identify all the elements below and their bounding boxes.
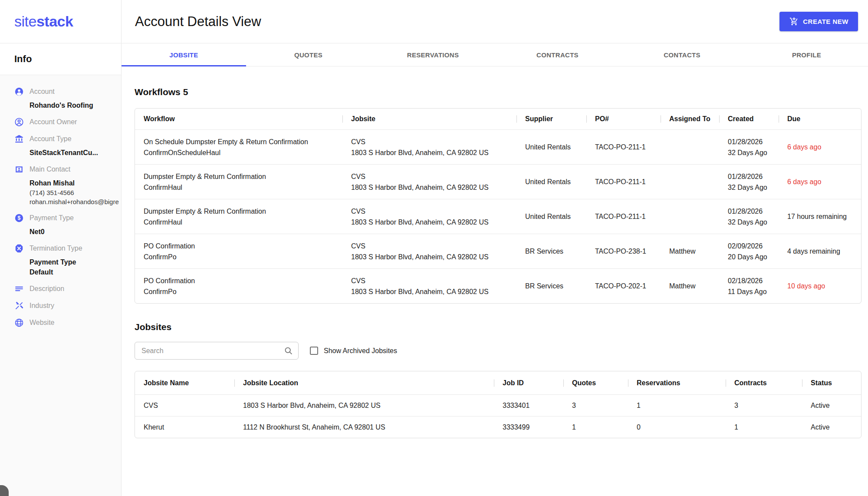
workflow-created-ago: 32 Days Ago — [728, 147, 779, 158]
show-archived-toggle[interactable]: Show Archived Jobsites — [310, 347, 397, 355]
info-section-title: Info — [14, 53, 32, 65]
workflow-created-ago: 32 Days Ago — [728, 217, 779, 228]
workflow-po: TACO-PO-211-1 — [586, 211, 661, 222]
workflow-supplier: United Rentals — [516, 211, 586, 222]
info-label: Termination Type — [30, 245, 82, 252]
workflow-supplier: United Rentals — [516, 176, 586, 187]
termination-type-icon — [14, 244, 24, 253]
workflow-code: ConfirmHaul — [144, 182, 342, 193]
jobsites-table-header: Jobsite Name Jobsite Location Job ID Quo… — [135, 371, 861, 394]
workflow-due: 4 days remaining — [779, 246, 861, 257]
show-archived-label: Show Archived Jobsites — [324, 347, 397, 355]
workflow-jobsite-name: CVS — [351, 171, 516, 182]
info-label: Description — [30, 285, 64, 293]
sidebar-item-account-owner: Account Owner — [14, 117, 121, 127]
info-value: rohan.mishal+rohandos@bigre — [30, 197, 121, 206]
tab-contracts[interactable]: CONTRACTS — [495, 43, 620, 66]
col-header-po: PO# — [586, 115, 661, 123]
create-new-label: CREATE NEW — [803, 18, 848, 25]
workflow-jobsite-address: 1803 S Harbor Blvd, Anaheim, CA 92802 US — [351, 147, 516, 158]
workflow-created-date: 01/28/2026 — [728, 206, 779, 217]
workflow-row[interactable]: PO Confirmation ConfirmPo CVS 1803 S Har… — [135, 268, 861, 303]
workflow-jobsite-address: 1803 S Harbor Blvd, Anaheim, CA 92802 US — [351, 182, 516, 193]
page-title: Account Details View — [135, 14, 261, 30]
col-header-reservations: Reservations — [628, 379, 726, 387]
sidebar-item-main-contact: Main Contact Rohan Mishal(714) 351-4566r… — [14, 164, 121, 206]
workflow-name: PO Confirmation — [144, 241, 342, 251]
CVS[interactable]: CVS 1803 S Harbor Blvd, Anaheim, CA 9280… — [135, 394, 861, 416]
sidebar-item-website: Website — [14, 317, 121, 328]
workflows-count: 5 — [183, 87, 188, 97]
tab-quotes[interactable]: QUOTES — [246, 43, 371, 66]
create-new-button[interactable]: CREATE NEW — [779, 12, 858, 31]
workflow-name: Dumpster Empty & Return Confirmation — [144, 206, 342, 217]
tab-label: PROFILE — [792, 51, 821, 59]
workflows-table: Workflow Jobsite Supplier PO# Assigned T… — [135, 108, 861, 304]
page-header: Account Details View CREATE NEW — [122, 0, 868, 43]
logo-text-bold: stack — [36, 13, 73, 30]
workflows-heading: Workflows 5 — [135, 87, 861, 97]
workflow-row[interactable]: Dumpster Empty & Return Confirmation Con… — [135, 199, 861, 234]
account-type-icon — [14, 134, 24, 144]
tab-jobsite[interactable]: JOBSITE — [122, 43, 246, 66]
workflow-created-date: 02/09/2026 — [728, 241, 779, 251]
info-label: Account Owner — [30, 118, 77, 126]
sitestack-logo[interactable]: sitestack — [14, 13, 73, 30]
workflow-row[interactable]: Dumpster Empty & Return Confirmation Con… — [135, 164, 861, 199]
info-value: Rohan Mishal — [30, 178, 121, 188]
workflow-code: ConfirmOnScheduleHaul — [144, 147, 342, 158]
Kherut[interactable]: Kherut 1112 N Brookhurst St, Anaheim, CA… — [135, 416, 861, 438]
tab-reservations[interactable]: RESERVATIONS — [371, 43, 495, 66]
info-value: Default — [30, 267, 121, 277]
content-area: Workflows 5 Workflow Jobsite Supplier PO… — [122, 66, 868, 496]
jobsite-reservations: 1 — [628, 400, 726, 411]
workflow-due: 6 days ago — [779, 142, 861, 152]
show-archived-checkbox[interactable] — [310, 347, 318, 355]
workflow-jobsite-name: CVS — [351, 241, 516, 251]
tab-label: CONTRACTS — [536, 51, 579, 59]
col-header-jobsite-name: Jobsite Name — [135, 379, 234, 387]
tab-contacts[interactable]: CONTACTS — [620, 43, 744, 66]
logo-area: sitestack — [0, 0, 121, 43]
workflow-row[interactable]: On Schedule Dumpster Empty & Return Conf… — [135, 129, 861, 164]
info-label: Account — [30, 88, 55, 96]
jobsite-status: Active — [802, 400, 861, 411]
workflow-po: TACO-PO-238-1 — [586, 246, 661, 257]
tab-label: RESERVATIONS — [407, 51, 459, 59]
workflow-supplier: BR Services — [516, 281, 586, 291]
search-icon[interactable] — [284, 346, 293, 355]
workflow-supplier: United Rentals — [516, 142, 586, 152]
workflow-jobsite-name: CVS — [351, 136, 516, 147]
jobsite-contracts: 1 — [726, 422, 802, 433]
workflow-assigned-to: Matthew — [661, 246, 719, 257]
tab-label: QUOTES — [294, 51, 322, 59]
jobsite-name: Kherut — [135, 422, 234, 433]
workflow-created-date: 02/18/2026 — [728, 275, 779, 286]
workflow-name: PO Confirmation — [144, 275, 342, 286]
info-label: Website — [30, 319, 55, 327]
payment-type-icon: $ — [14, 213, 24, 223]
workflow-created-date: 01/28/2026 — [728, 136, 779, 147]
info-value: Rohando's Roofing — [30, 100, 121, 110]
col-header-workflow: Workflow — [135, 115, 342, 123]
col-header-job-id: Job ID — [494, 379, 563, 387]
workflow-row[interactable]: PO Confirmation ConfirmPo CVS 1803 S Har… — [135, 234, 861, 268]
search-box — [135, 342, 299, 360]
workflow-po: TACO-PO-202-1 — [586, 281, 661, 291]
jobsite-location: 1803 S Harbor Blvd, Anaheim, CA 92802 US — [234, 400, 494, 411]
svg-text:$: $ — [18, 215, 21, 221]
workflow-created-ago: 20 Days Ago — [728, 251, 779, 262]
info-panel: Account Rohando's Roofing Account Owner … — [0, 75, 121, 496]
main-area: Account Details View CREATE NEW JOBSITE … — [122, 0, 868, 496]
workflow-supplier: BR Services — [516, 246, 586, 257]
workflow-jobsite-address: 1803 S Harbor Blvd, Anaheim, CA 92802 US — [351, 251, 516, 262]
jobsite-quotes: 3 — [563, 400, 628, 411]
info-label: Payment Type — [30, 214, 74, 222]
workflow-code: ConfirmPo — [144, 251, 342, 262]
col-header-created: Created — [719, 115, 779, 123]
workflow-name: Dumpster Empty & Return Confirmation — [144, 171, 342, 182]
search-input[interactable] — [135, 342, 299, 360]
tab-profile[interactable]: PROFILE — [744, 43, 868, 66]
jobsite-status: Active — [802, 422, 861, 433]
col-header-supplier: Supplier — [516, 115, 586, 123]
